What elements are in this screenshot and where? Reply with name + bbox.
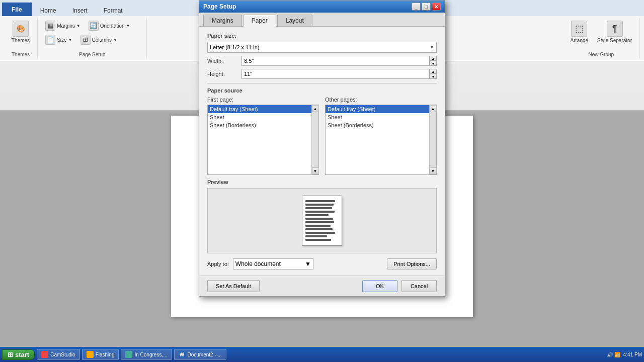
ribbon-group-new: ⬚ Arrange ¶ Style Separator New Group bbox=[562, 18, 640, 58]
scroll-down[interactable]: ▼ bbox=[312, 167, 319, 174]
taskbar-browser[interactable]: In Congress,... bbox=[121, 349, 172, 360]
flashing-icon bbox=[87, 351, 94, 358]
apply-to-select[interactable]: Whole document ▼ bbox=[233, 258, 313, 269]
width-input[interactable] bbox=[242, 56, 430, 66]
preview-page bbox=[302, 196, 342, 246]
taskbar-right: 🔊 📶 4:41 PM bbox=[607, 352, 642, 357]
tab-paper[interactable]: Paper bbox=[243, 15, 276, 27]
first-page-list-content: Default tray (Sheet) Sheet Sheet (Border… bbox=[208, 105, 311, 174]
preview-line bbox=[305, 225, 331, 227]
ribbon-group-page-setup: ▦ Margins ▼ 🔄 Orientation ▼ 📄 Size ▼ ⊞ C… bbox=[38, 18, 147, 58]
paper-size-arrow: ▼ bbox=[430, 45, 434, 50]
preview-label: Preview bbox=[207, 179, 437, 185]
paper-size-select[interactable]: Letter (8 1/2 x 11 in) ▼ bbox=[207, 42, 437, 53]
divider-1 bbox=[207, 83, 437, 83]
width-input-group: ▲ ▼ bbox=[242, 56, 437, 66]
ok-button[interactable]: OK bbox=[362, 280, 397, 292]
windows-icon: ⊞ bbox=[8, 351, 13, 358]
tab-file[interactable]: File bbox=[2, 3, 32, 16]
taskbar-flashing[interactable]: Flashing bbox=[82, 349, 119, 360]
height-input-group: ▲ ▼ bbox=[242, 69, 437, 79]
first-page-source: First page: Default tray (Sheet) Sheet S… bbox=[207, 97, 319, 175]
list-item[interactable]: Sheet (Borderless) bbox=[326, 121, 429, 129]
tab-margins[interactable]: Margins bbox=[203, 15, 242, 26]
height-spin-down[interactable]: ▼ bbox=[430, 74, 437, 79]
size-button[interactable]: 📄 Size ▼ bbox=[42, 33, 75, 46]
width-spin-down[interactable]: ▼ bbox=[430, 61, 437, 66]
preview-line bbox=[305, 204, 334, 206]
print-options-button[interactable]: Print Options... bbox=[387, 258, 437, 269]
preview-line bbox=[305, 239, 331, 241]
page-setup-group-label: Page Setup bbox=[79, 52, 105, 57]
dialog-titlebar: Page Setup _ □ ✕ bbox=[199, 1, 445, 13]
scroll-up[interactable]: ▲ bbox=[312, 105, 319, 112]
style-separator-button[interactable]: ¶ Style Separator bbox=[594, 19, 635, 45]
list-item[interactable]: Sheet bbox=[208, 113, 311, 121]
other-pages-scrollbar: ▲ ▼ bbox=[429, 105, 436, 174]
dialog-tabs: Margins Paper Layout bbox=[199, 13, 445, 27]
paper-size-section-label: Paper size: bbox=[207, 33, 437, 39]
set-as-default-button[interactable]: Set As Default bbox=[207, 280, 260, 292]
tab-layout[interactable]: Layout bbox=[277, 15, 312, 26]
themes-button[interactable]: 🎨 Themes bbox=[8, 19, 33, 45]
taskbar-word[interactable]: W Document2 - ... bbox=[174, 349, 226, 360]
ribbon-group-themes: 🎨 Themes Themes bbox=[4, 18, 38, 58]
taskbar-camstudio[interactable]: CamStudio bbox=[37, 349, 79, 360]
columns-icon: ⊞ bbox=[80, 35, 91, 45]
new-group-label: New Group bbox=[588, 52, 614, 57]
apply-to-arrow: ▼ bbox=[305, 260, 311, 267]
preview-section: Preview bbox=[207, 179, 437, 253]
width-spinner: ▲ ▼ bbox=[430, 56, 437, 66]
preview-line bbox=[305, 207, 332, 209]
columns-button[interactable]: ⊞ Columns ▼ bbox=[77, 33, 121, 46]
list-item[interactable]: Sheet bbox=[326, 113, 429, 121]
width-row: Width: ▲ ▼ bbox=[207, 56, 437, 66]
list-item[interactable]: Sheet (Borderless) bbox=[208, 121, 311, 129]
arrange-button[interactable]: ⬚ Arrange bbox=[567, 19, 592, 45]
preview-line bbox=[305, 218, 333, 220]
scroll-up[interactable]: ▲ bbox=[430, 105, 437, 112]
height-spin-up[interactable]: ▲ bbox=[430, 69, 437, 74]
browser-icon bbox=[125, 351, 132, 358]
first-page-list[interactable]: Default tray (Sheet) Sheet Sheet (Border… bbox=[207, 105, 319, 175]
height-spinner: ▲ ▼ bbox=[430, 69, 437, 79]
orientation-button[interactable]: 🔄 Orientation ▼ bbox=[85, 19, 134, 32]
dialog-close-button[interactable]: ✕ bbox=[432, 3, 441, 11]
word-icon: W bbox=[179, 351, 186, 358]
style-separator-icon: ¶ bbox=[607, 21, 623, 37]
taskbar-time: 4:41 PM bbox=[623, 352, 642, 357]
margins-button[interactable]: ▦ Margins ▼ bbox=[42, 19, 84, 32]
page-setup-dialog[interactable]: Page Setup _ □ ✕ Margins Paper Layout Pa… bbox=[199, 0, 445, 297]
dialog-footer: Set As Default OK Cancel bbox=[199, 276, 445, 296]
start-button[interactable]: ⊞ start bbox=[2, 349, 35, 360]
tab-insert[interactable]: Insert bbox=[65, 5, 95, 16]
dialog-title: Page Setup bbox=[203, 3, 236, 10]
dialog-maximize-button[interactable]: □ bbox=[422, 3, 431, 11]
paper-size-row: Letter (8 1/2 x 11 in) ▼ bbox=[207, 42, 437, 53]
camstudio-icon bbox=[41, 351, 48, 358]
themes-icon: 🎨 bbox=[13, 21, 29, 37]
height-input[interactable] bbox=[242, 69, 430, 79]
paper-source-row: First page: Default tray (Sheet) Sheet S… bbox=[207, 97, 437, 175]
dialog-title-buttons: _ □ ✕ bbox=[412, 3, 441, 11]
other-pages-list[interactable]: Default tray (Sheet) Sheet Sheet (Border… bbox=[325, 105, 437, 175]
cancel-button[interactable]: Cancel bbox=[401, 280, 437, 292]
preview-line bbox=[305, 232, 335, 234]
scroll-down[interactable]: ▼ bbox=[430, 167, 437, 174]
preview-line bbox=[305, 235, 327, 237]
other-pages-source: Other pages: Default tray (Sheet) Sheet … bbox=[325, 97, 437, 175]
tab-format[interactable]: Format bbox=[96, 5, 130, 16]
apply-to-row: Apply to: Whole document ▼ Print Options… bbox=[207, 258, 437, 269]
height-row: Height: ▲ ▼ bbox=[207, 69, 437, 79]
width-spin-up[interactable]: ▲ bbox=[430, 56, 437, 61]
size-icon: 📄 bbox=[45, 35, 55, 45]
list-item[interactable]: Default tray (Sheet) bbox=[326, 105, 429, 113]
scroll-track bbox=[312, 112, 318, 167]
tab-home[interactable]: Home bbox=[33, 5, 64, 16]
height-label: Height: bbox=[207, 71, 237, 77]
dialog-minimize-button[interactable]: _ bbox=[412, 3, 421, 11]
other-pages-list-content: Default tray (Sheet) Sheet Sheet (Border… bbox=[326, 105, 429, 174]
list-item[interactable]: Default tray (Sheet) bbox=[208, 105, 311, 113]
preview-line bbox=[305, 228, 333, 230]
first-page-scrollbar: ▲ ▼ bbox=[311, 105, 318, 174]
